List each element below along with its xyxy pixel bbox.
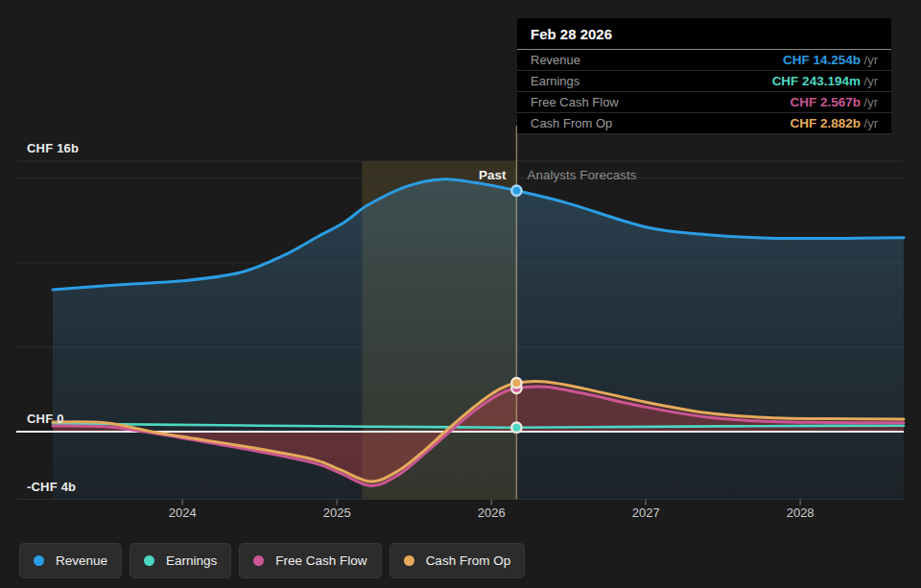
- legend-toggle-free-cash-flow[interactable]: Free Cash Flow: [239, 543, 381, 578]
- x-axis-label-2028: 2028: [777, 506, 823, 520]
- tooltip-date: Feb 28 2026: [517, 18, 891, 50]
- analysts-forecasts-zone-label: Analysts Forecasts: [527, 168, 636, 182]
- tooltip-value: CHF 2.567b /yr: [790, 95, 878, 109]
- tooltip-value-suffix: /yr: [861, 53, 878, 67]
- tooltip-value: CHF 243.194m /yr: [772, 74, 878, 88]
- legend-label: Free Cash Flow: [275, 553, 366, 568]
- legend-toggle-earnings[interactable]: Earnings: [130, 543, 231, 578]
- tooltip-row-revenue: RevenueCHF 14.254b /yr: [517, 50, 891, 71]
- marker-revenue: [511, 186, 521, 196]
- legend-toggle-revenue[interactable]: Revenue: [19, 543, 122, 578]
- tooltip-rows: RevenueCHF 14.254b /yrEarningsCHF 243.19…: [517, 50, 891, 134]
- tooltip-row-free-cash-flow: Free Cash FlowCHF 2.567b /yr: [517, 92, 891, 113]
- tooltip-label: Free Cash Flow: [531, 95, 619, 109]
- hover-tooltip: Feb 28 2026 RevenueCHF 14.254b /yrEarnin…: [517, 18, 891, 134]
- y-axis-label-16: CHF 16b: [27, 141, 79, 155]
- x-axis-label-2026: 2026: [468, 506, 514, 520]
- y-axis-label-0: CHF 0: [27, 412, 64, 426]
- legend-toggle-cash-from-op[interactable]: Cash From Op: [390, 543, 526, 578]
- marker-earnings: [511, 423, 521, 433]
- tooltip-label: Cash From Op: [531, 116, 612, 130]
- tooltip-row-cash-from-op: Cash From OpCHF 2.882b /yr: [517, 113, 891, 134]
- x-axis-label-2024: 2024: [159, 506, 205, 520]
- marker-cash-from-op: [511, 378, 521, 388]
- tooltip-value: CHF 2.882b /yr: [790, 116, 878, 130]
- legend-label: Revenue: [56, 553, 107, 568]
- y-axis-label--4: -CHF 4b: [27, 480, 76, 494]
- legend: RevenueEarningsFree Cash FlowCash From O…: [19, 543, 525, 578]
- tooltip-value: CHF 14.254b /yr: [783, 53, 878, 67]
- tooltip-value-suffix: /yr: [861, 116, 878, 130]
- tooltip-label: Earnings: [531, 74, 579, 88]
- tooltip-value-suffix: /yr: [861, 95, 878, 109]
- tooltip-label: Revenue: [531, 53, 580, 67]
- legend-dot-revenue: [34, 555, 44, 566]
- x-axis-label-2025: 2025: [314, 506, 360, 520]
- tooltip-row-earnings: EarningsCHF 243.194m /yr: [517, 71, 891, 92]
- legend-label: Cash From Op: [426, 553, 511, 568]
- legend-dot-free-cash-flow: [253, 555, 264, 566]
- legend-dot-cash-from-op: [404, 555, 414, 566]
- legend-label: Earnings: [166, 553, 217, 568]
- x-axis-label-2027: 2027: [623, 506, 669, 520]
- past-zone-label: Past: [479, 168, 507, 182]
- tooltip-value-suffix: /yr: [861, 74, 878, 88]
- earnings-revenue-forecast-chart: CHF 16bCHF 0-CHF 4b 20242025202620272028…: [0, 0, 921, 588]
- legend-dot-earnings: [144, 555, 154, 566]
- past-year-highlight-overlay: [362, 161, 516, 500]
